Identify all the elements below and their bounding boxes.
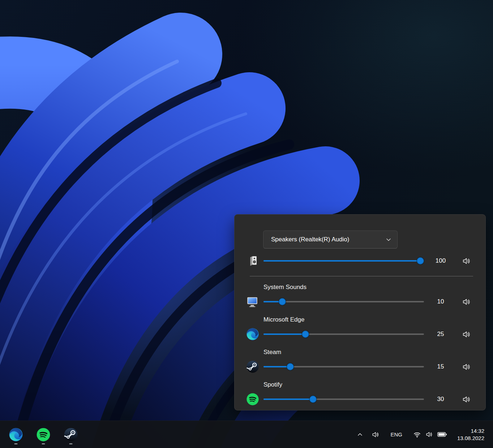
app-volume-slider[interactable] — [263, 327, 424, 341]
steam-icon — [246, 360, 260, 374]
app-volume-block: Steam 15 — [235, 348, 485, 374]
mute-speaker-icon[interactable] — [462, 256, 471, 266]
app-volume-value: 10 — [424, 298, 457, 305]
clock-time: 14:32 — [471, 427, 484, 434]
slider-fill — [263, 366, 290, 367]
app-name-label: Steam — [235, 348, 485, 357]
clock-date: 13.08.2022 — [457, 435, 484, 441]
mute-speaker-icon[interactable] — [462, 362, 471, 372]
desktop: Speakers (Realtek(R) Audio) 100 System S… — [0, 0, 493, 448]
edge-icon — [246, 327, 260, 341]
slider-thumb[interactable] — [287, 363, 294, 370]
steam-icon — [63, 427, 78, 442]
app-volume-block: System Sounds 10 — [235, 283, 485, 309]
master-volume-value: 100 — [424, 257, 457, 264]
running-indicator — [42, 443, 45, 444]
slider-thumb[interactable] — [309, 396, 317, 403]
clock-and-date[interactable]: 14:32 13.08.2022 — [455, 426, 486, 443]
system-tray: ENG 1 — [354, 426, 493, 443]
mute-speaker-icon[interactable] — [462, 329, 471, 339]
tray-overflow-chevron-up-icon[interactable] — [354, 427, 366, 442]
app-volume-block: Spotify 30 — [235, 380, 485, 406]
output-device-select[interactable]: Speakers (Realtek(R) Audio) — [263, 231, 398, 249]
app-volume-slider[interactable] — [263, 294, 424, 309]
wifi-icon — [413, 431, 421, 439]
volume-icon — [425, 430, 433, 439]
mute-speaker-icon[interactable] — [462, 395, 471, 404]
tray-audio-device-icon[interactable] — [369, 427, 382, 442]
master-volume-row: 100 — [235, 253, 485, 269]
taskbar: ENG 1 — [0, 421, 493, 448]
app-volume-list: System Sounds 10 Microsoft Edge — [235, 283, 485, 406]
slider-thumb[interactable] — [417, 257, 424, 264]
slider-thumb[interactable] — [302, 331, 309, 338]
slider-fill — [263, 333, 305, 335]
app-volume-value: 15 — [424, 363, 457, 370]
system-sounds-icon — [246, 295, 260, 309]
taskbar-edge-button[interactable] — [6, 424, 26, 445]
app-volume-block: Microsoft Edge 25 — [235, 315, 485, 341]
language-indicator[interactable]: ENG — [386, 427, 407, 442]
taskbar-app-icons — [0, 424, 81, 445]
app-volume-slider[interactable] — [263, 392, 424, 406]
edge-icon — [8, 427, 23, 442]
volume-mixer-flyout: Speakers (Realtek(R) Audio) 100 System S… — [234, 214, 486, 410]
quick-settings-button[interactable] — [410, 427, 450, 442]
spotify-icon — [36, 427, 51, 442]
app-volume-slider[interactable] — [263, 359, 424, 374]
master-volume-slider[interactable] — [263, 254, 424, 268]
running-indicator — [69, 443, 73, 444]
chevron-down-icon — [385, 236, 392, 243]
battery-icon — [437, 432, 447, 437]
taskbar-spotify-button[interactable] — [33, 424, 53, 445]
divider — [250, 276, 473, 276]
spotify-icon — [246, 392, 260, 406]
output-device-label: Speakers (Realtek(R) Audio) — [271, 236, 349, 243]
slider-thumb[interactable] — [279, 298, 286, 305]
slider-track — [263, 301, 424, 302]
app-volume-value: 25 — [424, 331, 457, 338]
slider-fill — [263, 260, 420, 262]
app-volume-value: 30 — [424, 396, 457, 403]
running-indicator — [14, 443, 18, 444]
app-name-label: System Sounds — [235, 283, 485, 292]
app-name-label: Microsoft Edge — [235, 315, 485, 324]
mute-speaker-icon[interactable] — [462, 297, 471, 307]
taskbar-steam-button[interactable] — [61, 424, 81, 445]
speaker-device-icon — [246, 255, 259, 267]
slider-fill — [263, 399, 313, 400]
app-name-label: Spotify — [235, 380, 485, 389]
